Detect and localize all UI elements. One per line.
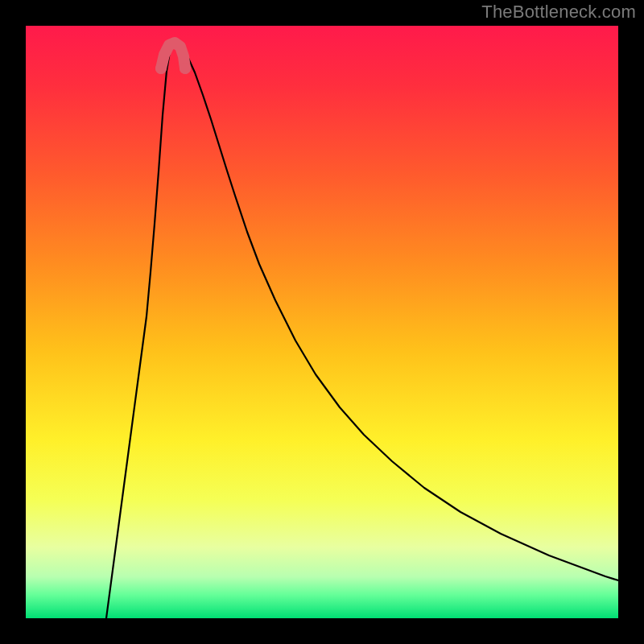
- trough-dot: [180, 63, 191, 74]
- chart-frame: TheBottleneck.com: [0, 0, 644, 644]
- plot-area: [26, 26, 618, 618]
- trough-dot: [155, 63, 167, 74]
- watermark-text: TheBottleneck.com: [481, 2, 636, 23]
- gradient-background: [26, 26, 618, 618]
- chart-svg: [26, 26, 618, 618]
